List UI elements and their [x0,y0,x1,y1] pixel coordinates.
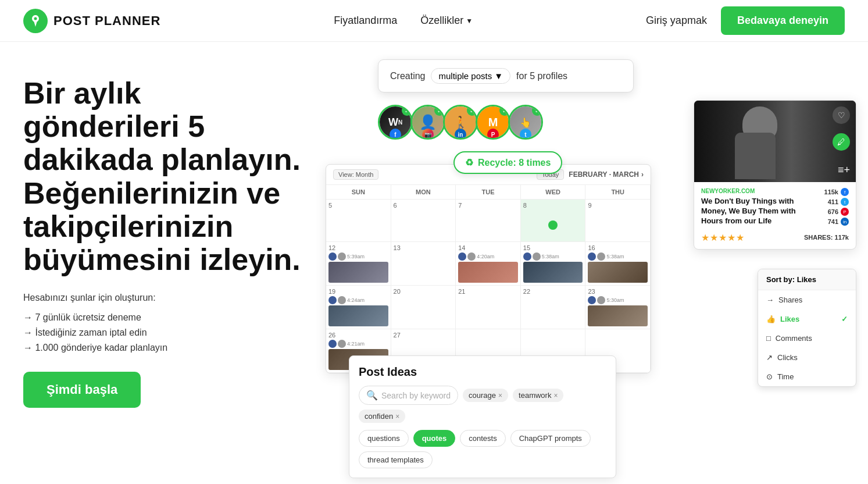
tag-courage[interactable]: courage × [463,389,508,402]
cal-cell-20: 20 [391,286,456,329]
cal-cell-6: 6 [391,200,456,241]
content-card-body: NEWYORKER.COM We Don't Buy Things with M… [694,182,856,249]
cal-thumb-12 [328,262,388,283]
recycle-icon: ♻ [465,157,473,168]
stat-pi: 676 P [802,208,849,216]
view-month-button[interactable]: View: Month [333,169,378,180]
content-card: ♡ 🖊 ≡+ NEWYORKER.COM We Don't Buy Things… [694,100,856,250]
check-icon-1: ✓ [402,105,412,116]
cal-cell-14: 14 4:20am [456,242,521,285]
nav-pricing[interactable]: Fiyatlandırma [334,15,397,27]
post-indicator-26: 4:21am [328,340,388,348]
hero-features: → 7 günlük ücretsiz deneme → İstediğiniz… [23,312,302,353]
cal-thumb-19 [328,305,388,326]
stat-tw: 411 t [802,198,849,206]
filter-thread[interactable]: thread templates [359,451,433,468]
cal-header-thu: THU [585,185,651,199]
li-stat-icon: in [841,218,849,226]
content-title: We Don't Buy Things with Money, We Buy T… [701,197,798,226]
profile-circle-3[interactable]: ✓ 🚶 in [443,105,478,140]
sort-time[interactable]: ⊙ Time [758,367,856,386]
li-badge-3: in [455,129,466,140]
clicks-sort-icon: ↗ [766,353,773,362]
sort-likes[interactable]: 👍 Likes ✓ [758,309,856,329]
for-profiles-label: for 5 profiles [516,71,567,81]
post-indicator-16: 5:38am [588,252,648,261]
heart-icon[interactable]: ♡ [833,106,850,124]
feather-icon[interactable]: 🖊 [833,133,850,151]
profile-circle-2[interactable]: ✓ 👤 📷 [410,105,445,140]
calendar-week-3: 19 4:24am 20 21 22 23 5:30am [326,286,651,329]
menu-icon[interactable]: ≡+ [838,164,850,176]
tag-courage-close[interactable]: × [498,392,502,400]
cal-cell-12: 12 5:39am [326,242,391,285]
article-image [694,101,856,182]
content-card-image: ♡ 🖊 ≡+ [694,101,856,182]
search-box[interactable]: 🔍 Search by keyword [359,386,458,405]
logo-icon [23,9,48,33]
hero-right: Creating multiple posts ▼ for 5 profiles… [326,65,845,484]
logo[interactable]: POST PLANNER [23,9,160,33]
filter-questions[interactable]: questions [359,430,409,447]
stat-fb: 115k f [802,188,849,196]
sort-comments[interactable]: □ Comments [758,329,856,348]
multiple-posts-button[interactable]: multiple posts ▼ [431,68,510,84]
profile-circle-5[interactable]: ✓ 👆 t [508,105,543,140]
creating-bar: Creating multiple posts ▼ for 5 profiles [378,59,634,92]
feature-1: → 7 günlük ücretsiz deneme [23,312,302,323]
content-stats: 115k f 411 t 676 P 741 i [802,188,849,227]
post-indicator-23: 5:30am [588,296,648,304]
feature-3: → 1.000 gönderiye kadar planlayın [23,343,302,353]
calendar-card: View: Month Today FEBRUARY · MARCH › SUN… [326,164,651,373]
tag-teamwork-close[interactable]: × [553,392,558,400]
post-indicator-12: 5:39am [328,252,388,261]
content-source: NEWYORKER.COM [701,188,798,194]
recycle-badge: ♻ Recycle: 8 times [453,151,562,174]
comments-sort-icon: □ [766,334,771,343]
recycle-label: Recycle: 8 times [478,158,551,168]
filter-contests[interactable]: contests [460,430,505,447]
tw-stat-icon: t [841,198,849,206]
feature-2: → İstediğiniz zaman iptal edin [23,328,302,338]
next-month-icon[interactable]: › [641,170,644,179]
cal-cell-23: 23 5:30am [585,286,651,329]
filter-quotes[interactable]: quotes [413,430,456,447]
cal-cell-21: 21 [456,286,521,329]
profile-circle-1[interactable]: ✓ WN f [378,105,413,140]
main-content: Bir aylık gönderileri 5 dakikada planlay… [0,42,868,484]
nav-features[interactable]: Özellikler ▼ [420,15,473,27]
cal-thumb-14 [458,262,518,283]
search-placeholder: Search by keyword [381,391,451,400]
header-cta-button[interactable]: Bedavaya deneyin [721,6,845,35]
hero-left: Bir aylık gönderileri 5 dakikada planlay… [23,65,302,408]
likes-sort-icon: 👍 [766,315,776,323]
cal-cell-8: 8 [521,200,586,241]
post-indicator-19: 4:24am [328,296,388,304]
post-indicator-15: 5:38am [523,252,583,261]
filter-row: questions quotes contests ChapGPT prompt… [359,430,606,468]
cal-header-tue: TUE [456,185,521,199]
login-link[interactable]: Giriş yapmak [646,15,707,27]
cal-header-sun: SUN [326,185,391,199]
tag-teamwork[interactable]: teamwork × [513,389,563,402]
month-label: FEBRUARY · MARCH [569,170,639,179]
search-icon: 🔍 [366,390,378,401]
cal-cell-15: 15 5:38am [521,242,586,285]
main-nav: Fiyatlandırma Özellikler ▼ [334,15,473,27]
hero-subtitle: Hesabınızı şunlar için oluşturun: [23,293,302,303]
person-body [735,133,776,179]
sort-header: Sort by: Likes [758,269,856,290]
cal-cell-13: 13 [391,242,456,285]
month-navigation: FEBRUARY · MARCH › [569,170,644,179]
tag-confiden-close[interactable]: × [395,412,399,421]
tag-confiden[interactable]: confiden × [359,410,405,423]
hero-cta-button[interactable]: Şimdi başla [23,372,141,408]
hero-title: Bir aylık gönderileri 5 dakikada planlay… [23,77,302,276]
filter-chatgpt[interactable]: ChapGPT prompts [510,430,591,447]
calendar-week-1: 5 6 7 8 9 [326,200,651,242]
sort-shares[interactable]: → Shares [758,290,856,309]
profile-circle-4[interactable]: ✓ M P [476,105,510,140]
sort-clicks[interactable]: ↗ Clicks [758,348,856,367]
ig-badge-2: 📷 [422,129,434,140]
tw-badge-5: t [520,129,531,140]
